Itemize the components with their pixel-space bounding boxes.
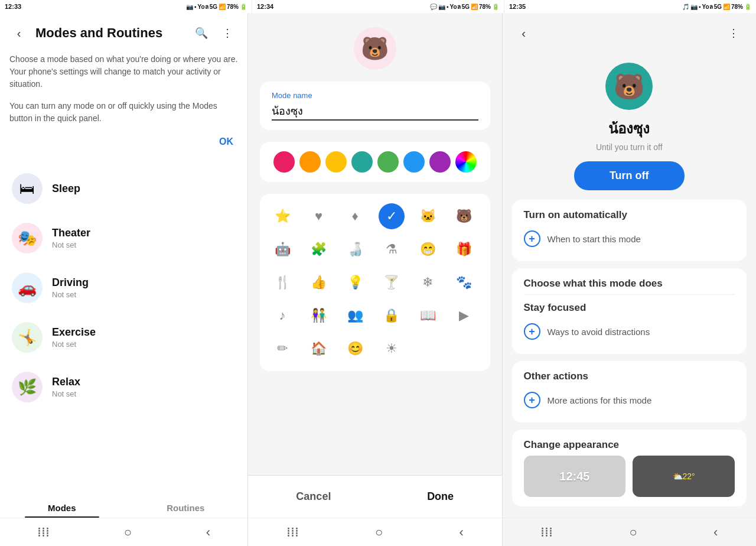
icon-bottle[interactable]: 🍶: [342, 236, 368, 262]
choose-mode-card: Choose what this mode does Stay focused …: [512, 268, 747, 354]
mode-edit-icon[interactable]: 🐻: [354, 27, 396, 70]
other-actions-row[interactable]: + More actions for this mode: [524, 387, 735, 413]
driving-sub: Not set: [52, 290, 89, 299]
icon-grid: ⭐ ♥ ♦ ✓ 🐱 🐻 🤖 🧩 🍶 ⚗ 😁 🎁 🍴 👍 💡 🍸: [269, 203, 481, 362]
icon-gift[interactable]: 🎁: [451, 236, 477, 262]
theater-icon: 🎭: [12, 223, 43, 254]
relax-info: Relax Not set: [52, 376, 80, 398]
mode-item-sleep[interactable]: 🛏 Sleep: [0, 164, 247, 213]
icon-sun[interactable]: ☀: [379, 336, 405, 362]
mode-item-driving[interactable]: 🚗 Driving Not set: [0, 263, 247, 313]
stay-focused-row[interactable]: + Ways to avoid distractions: [524, 318, 735, 344]
icon-cat[interactable]: 🐱: [415, 203, 441, 229]
icon-music[interactable]: ♪: [269, 303, 295, 329]
nav3-back-icon[interactable]: ‹: [713, 525, 718, 540]
theater-name: Theater: [52, 227, 90, 239]
icon-diamond[interactable]: ♦: [342, 203, 368, 229]
mode-item-relax[interactable]: 🌿 Relax Not set: [0, 362, 247, 412]
appearance-row: 12:45 ⛅22°: [524, 456, 735, 497]
status-icons-2: 💬📷▪Yoล5G📶78%🔋: [430, 2, 499, 11]
icon-bear[interactable]: 🐻: [451, 203, 477, 229]
mode-name-section: Mode name: [260, 82, 490, 130]
icon-pencil[interactable]: ✏: [269, 336, 295, 362]
icon-home[interactable]: 🏠: [306, 336, 332, 362]
icon-fork[interactable]: 🍴: [269, 269, 295, 295]
icon-puzzle[interactable]: 🧩: [306, 236, 332, 262]
time-1: 12:33: [5, 3, 21, 10]
modes-tabs: Modes Routines: [0, 498, 247, 518]
tab-routines[interactable]: Routines: [124, 498, 248, 518]
stay-focused-sub: Ways to avoid distractions: [548, 327, 650, 337]
icon-book[interactable]: 📖: [415, 303, 441, 329]
mode-item-theater[interactable]: 🎭 Theater Not set: [0, 213, 247, 263]
nav2-home-icon[interactable]: ○: [375, 525, 383, 540]
cancel-button[interactable]: Cancel: [277, 483, 350, 510]
ok-button[interactable]: OK: [214, 134, 238, 150]
status-bar-1: 12:33 📷▪Yoล5G📶78%🔋: [0, 0, 252, 13]
icon-cocktail[interactable]: 🍸: [379, 269, 405, 295]
icon-robot[interactable]: 🤖: [269, 236, 295, 262]
exercise-sub: Not set: [52, 340, 96, 349]
icon-bulb[interactable]: 💡: [342, 269, 368, 295]
more-button[interactable]: ⋮: [217, 22, 238, 44]
icon-group[interactable]: 👥: [342, 303, 368, 329]
sleep-name: Sleep: [52, 183, 80, 195]
icon-star[interactable]: ⭐: [269, 203, 295, 229]
color-purple[interactable]: [429, 151, 451, 173]
relax-name: Relax: [52, 376, 80, 388]
desc1: Choose a mode based on what you're doing…: [0, 48, 247, 100]
nav2-back-icon[interactable]: ‹: [460, 525, 464, 540]
icon-section: ⭐ ♥ ♦ ✓ 🐱 🐻 🤖 🧩 🍶 ⚗ 😁 🎁 🍴 👍 💡 🍸: [260, 194, 490, 371]
search-button[interactable]: 🔍: [191, 22, 212, 44]
time-3: 12:35: [509, 3, 526, 10]
theater-sub: Not set: [52, 240, 90, 249]
sleep-icon: 🛏: [12, 173, 43, 204]
nav3-menu-icon[interactable]: ⁞⁞⁞: [540, 525, 553, 540]
mode-item-exercise[interactable]: 🤸 Exercise Not set: [0, 313, 247, 362]
icon-snowflake[interactable]: ❄: [415, 269, 441, 295]
turn-off-button[interactable]: Turn off: [574, 161, 685, 190]
color-blue[interactable]: [403, 151, 425, 173]
panel3-header: ‹ ⋮: [503, 13, 757, 48]
icon-thumbup[interactable]: 👍: [306, 269, 332, 295]
hero-name: น้องซุง: [608, 117, 650, 140]
done-button[interactable]: Done: [408, 483, 472, 510]
light-theme-thumb[interactable]: 12:45: [524, 456, 626, 497]
nav-home-icon[interactable]: ○: [124, 525, 132, 540]
icon-paws[interactable]: 🐾: [451, 269, 477, 295]
nav3-home-icon[interactable]: ○: [629, 525, 637, 540]
color-orange[interactable]: [299, 151, 321, 173]
dark-theme-thumb[interactable]: ⛅22°: [633, 456, 735, 497]
plus-icon-focused: +: [524, 323, 540, 340]
driving-name: Driving: [52, 277, 89, 289]
tab-modes[interactable]: Modes: [0, 498, 124, 518]
choose-title: Choose what this mode does: [524, 278, 735, 290]
nav-back-icon[interactable]: ‹: [206, 525, 210, 540]
turn-on-auto-card: Turn on automatically + When to start th…: [512, 200, 747, 261]
color-multicolor[interactable]: [455, 151, 477, 173]
icon-flask[interactable]: ⚗: [379, 236, 405, 262]
icon-couple[interactable]: 👫: [306, 303, 332, 329]
icon-lock[interactable]: 🔒: [379, 303, 405, 329]
color-teal[interactable]: [351, 151, 373, 173]
color-pink[interactable]: [273, 151, 295, 173]
color-green[interactable]: [377, 151, 399, 173]
time-2: 12:34: [257, 3, 273, 10]
other-actions-card: Other actions + More actions for this mo…: [512, 361, 747, 422]
panel3-more-button[interactable]: ⋮: [723, 22, 744, 44]
back-button[interactable]: ‹: [9, 24, 28, 43]
nav2-menu-icon[interactable]: ⁞⁞⁞: [286, 525, 299, 540]
thumb-weather: ⛅22°: [673, 472, 695, 481]
icon-smile[interactable]: 😁: [415, 236, 441, 262]
icon-smiley[interactable]: 😊: [342, 336, 368, 362]
icon-heart[interactable]: ♥: [306, 203, 332, 229]
appearance-card: Change appearance 12:45 ⛅22°: [512, 430, 747, 506]
turn-on-auto-row[interactable]: + When to start this mode: [524, 226, 735, 252]
mode-name-label: Mode name: [272, 91, 478, 100]
panel3-back-button[interactable]: ‹: [514, 24, 533, 43]
color-yellow[interactable]: [325, 151, 347, 173]
mode-name-input[interactable]: [272, 105, 478, 121]
icon-play[interactable]: ▶: [451, 303, 477, 329]
icon-check[interactable]: ✓: [379, 203, 405, 229]
nav-menu-icon[interactable]: ⁞⁞⁞: [37, 525, 50, 540]
